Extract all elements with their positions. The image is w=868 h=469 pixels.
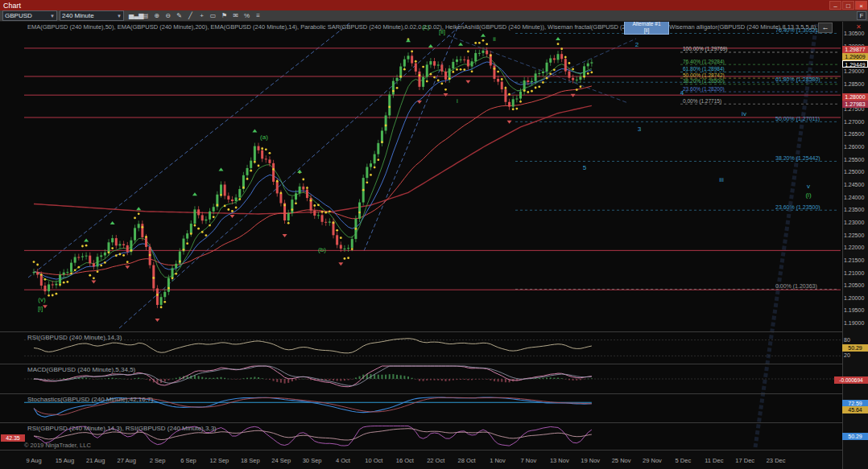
interval-select[interactable]: 240 Minute ▼ — [60, 10, 124, 21]
macd-panel-label: MACD(GBPUSD (240 Minute),5,34,5) — [27, 366, 135, 373]
parabolic-sar-dot — [553, 68, 556, 71]
panel-separator — [0, 331, 868, 332]
parabolic-sar-dot — [283, 204, 286, 207]
axis-close-icon[interactable]: ✕ — [856, 23, 862, 31]
parabolic-sar-dot — [560, 47, 563, 50]
x-axis-date-label: 6 Sep — [172, 457, 205, 464]
candle-body — [193, 209, 196, 224]
minimize-icon[interactable]: – — [829, 1, 841, 10]
macd-histogram-bar — [553, 378, 555, 379]
parabolic-sar-dot — [452, 71, 454, 73]
parabolic-sar-dot — [440, 83, 443, 85]
candle-body — [370, 163, 372, 167]
text-note-icon[interactable]: ▭ — [208, 11, 218, 20]
fractal-up-arrow — [252, 130, 257, 133]
flag-icon[interactable]: ⚑ — [219, 11, 229, 20]
fractal-down-arrow — [155, 319, 159, 322]
elliott-wave-label: ii — [493, 35, 496, 43]
ema50-line — [34, 86, 592, 274]
parabolic-sar-dot — [546, 77, 548, 80]
y-axis-tick-label: 1.25000 — [844, 169, 868, 175]
close-icon[interactable]: × — [855, 1, 867, 10]
parabolic-sar-dot — [501, 78, 503, 80]
time-axis[interactable]: 9 Aug15 Aug21 Aug27 Aug2 Sep6 Sep12 Sep1… — [0, 450, 842, 469]
elliott-wave-label: (v) — [38, 296, 46, 303]
alternate-count-label[interactable]: Alternate #1 [ii] — [624, 20, 669, 35]
candle-body — [579, 76, 581, 80]
candle-body — [576, 80, 578, 80]
elliott-wave-label: 4 — [680, 89, 684, 97]
macd-histogram-bar — [130, 379, 132, 380]
candle-body — [227, 195, 229, 200]
candle-body — [93, 263, 95, 266]
ema8-line — [34, 57, 592, 282]
alert-icon[interactable]: ✉ — [230, 11, 241, 20]
candle-body — [81, 257, 84, 257]
candle-body — [172, 268, 174, 278]
x-axis-date-label: 11 Dec — [698, 457, 730, 464]
parabolic-sar-dot — [40, 274, 43, 276]
macd-histogram-bar — [303, 379, 304, 380]
parabolic-sar-dot — [590, 72, 593, 74]
alternate-line2: [ii] — [625, 27, 668, 34]
macd-histogram-bar — [426, 379, 428, 381]
line-tool-icon[interactable]: ╱ — [185, 11, 196, 20]
restore-icon[interactable]: □ — [842, 1, 854, 10]
trend-channel-line — [755, 24, 816, 447]
candle-body — [385, 115, 387, 130]
parabolic-sar-dot — [104, 261, 106, 264]
parabolic-sar-dot — [564, 56, 567, 59]
fib-level-label: 38.20% (1.25442) — [775, 155, 820, 162]
candle-body — [89, 256, 91, 264]
trend-channel-line — [448, 35, 628, 103]
candle-body — [40, 275, 43, 286]
instrument-select[interactable]: GBPUSD ▼ — [2, 10, 57, 21]
parabolic-sar-dot — [74, 269, 76, 271]
parabolic-sar-dot — [220, 194, 222, 196]
candle-body — [572, 78, 574, 80]
parabolic-sar-dot — [351, 248, 353, 250]
candle-body — [429, 61, 432, 64]
properties-icon[interactable]: ≡ — [253, 11, 263, 20]
chart-style-icon[interactable]: ▤ — [140, 11, 151, 20]
alternate-line1: Alternate #1 — [625, 21, 668, 27]
price-marker-badge: 1.29449 — [842, 60, 868, 68]
parabolic-sar-dot — [85, 245, 88, 247]
macd-histogram-bar — [437, 379, 439, 381]
candle-body — [440, 64, 443, 71]
macd-histogram-bar — [329, 379, 330, 380]
zoom-in-icon[interactable]: ⊕ — [151, 11, 162, 20]
macd-histogram-bar — [164, 379, 166, 382]
candle-body — [231, 200, 234, 201]
candle-body — [77, 257, 80, 258]
percent-icon[interactable]: % — [242, 11, 252, 20]
candle-body — [568, 72, 570, 78]
fib-level-label: 38.20% (1.28500) — [683, 78, 725, 84]
elliott-wave-label: iv — [742, 110, 746, 117]
macd-histogram-bar — [591, 378, 593, 379]
parabolic-sar-dot — [490, 55, 492, 57]
macd-histogram-bar — [441, 379, 443, 381]
scroll-left-button[interactable]: ← — [818, 23, 833, 33]
parabolic-sar-dot — [366, 181, 368, 183]
pencil-draw-icon[interactable]: ✎ — [174, 11, 184, 20]
x-axis-date-label: 4 Oct — [327, 457, 359, 464]
x-axis-date-label: 2 Sep — [142, 457, 174, 464]
crosshair-icon[interactable]: + — [196, 11, 207, 20]
macd-histogram-bar — [460, 379, 461, 380]
macd-histogram-bar — [378, 375, 379, 379]
macd-histogram-bar — [142, 379, 143, 380]
candle-body — [313, 211, 316, 216]
zoom-out-icon[interactable]: ⊖ — [163, 11, 173, 20]
parabolic-sar-dot — [287, 222, 290, 224]
fractal-up-arrow — [428, 44, 433, 47]
f-panel-button[interactable]: F — [857, 11, 866, 20]
candle-body — [190, 224, 192, 233]
parabolic-sar-dot — [205, 234, 208, 237]
indicator-list-label: EMA(GBPUSD (240 Minute),50), EMA(GBPUSD … — [27, 23, 816, 31]
chart-bars-icon[interactable]: ▅▃▆ — [129, 11, 139, 20]
parabolic-sar-dot — [392, 90, 395, 93]
parabolic-sar-dot — [340, 237, 342, 239]
candle-body — [224, 184, 226, 195]
candle-body — [407, 56, 410, 59]
